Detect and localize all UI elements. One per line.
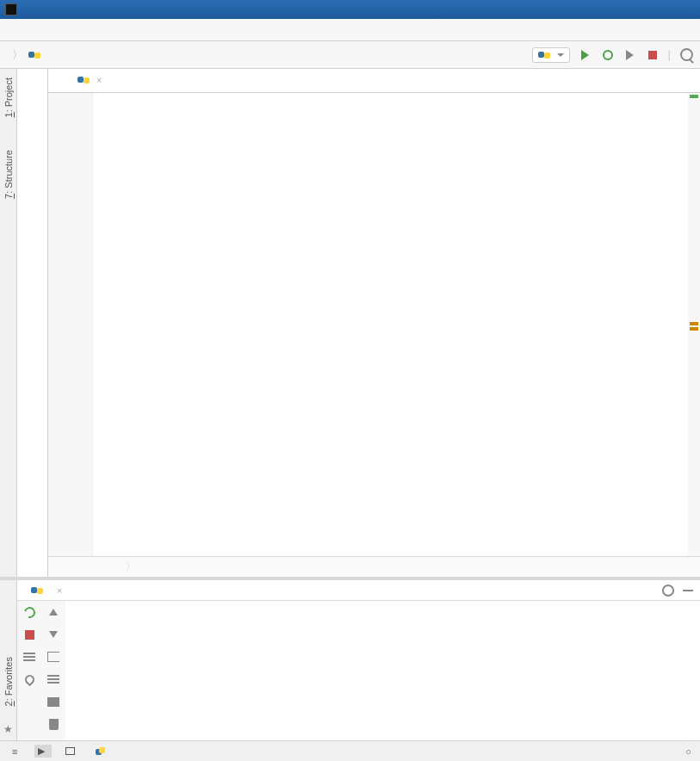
terminal-tool-button[interactable]	[62, 745, 82, 758]
python-icon	[538, 49, 550, 61]
run-panel-header: ×	[17, 580, 700, 601]
star-icon: ★	[3, 723, 13, 735]
pin-button[interactable]	[22, 671, 37, 687]
down-stack-button[interactable]	[46, 627, 61, 642]
stop-run-button[interactable]	[22, 627, 37, 642]
crumb-file[interactable]	[28, 49, 43, 61]
run-console[interactable]	[65, 601, 700, 740]
favorites-tool-tab[interactable]: 2: Favorites	[3, 657, 14, 706]
fold-column[interactable]	[93, 93, 108, 556]
run-toolbar-primary	[17, 601, 41, 740]
todo-tool-button[interactable]: ≡	[9, 745, 24, 758]
toolbar-right: |	[532, 47, 693, 63]
menu-bar	[0, 19, 700, 41]
run-config-selector[interactable]	[532, 47, 570, 63]
python-icon	[28, 49, 40, 61]
event-log-button[interactable]: ○	[685, 746, 691, 757]
editor-breadcrumb[interactable]: 〉	[48, 556, 700, 577]
rerun-button[interactable]	[22, 604, 37, 620]
settings-icon[interactable]	[662, 585, 674, 597]
editor-area: × 〉	[48, 69, 700, 577]
search-everywhere-button[interactable]	[679, 48, 693, 62]
title-bar	[0, 0, 700, 19]
close-tab-icon[interactable]: ×	[96, 75, 102, 85]
editor-tabs: ×	[48, 69, 700, 93]
stop-button[interactable]	[646, 48, 660, 62]
up-stack-button[interactable]	[46, 604, 61, 620]
run-with-coverage-button[interactable]	[623, 48, 637, 62]
minimize-icon[interactable]	[683, 590, 693, 591]
project-tool-tab[interactable]: 1: Project	[3, 72, 15, 122]
layout-button[interactable]	[22, 649, 37, 665]
editor-tab-game[interactable]: ×	[74, 72, 105, 90]
separator: |	[668, 48, 671, 61]
close-run-tab-icon[interactable]: ×	[57, 585, 62, 596]
clear-all-button[interactable]	[46, 716, 61, 732]
left-tool-tabs: 1: Project 7: Structure	[0, 69, 17, 577]
python-console-tool-button[interactable]	[92, 745, 112, 758]
code-editor[interactable]	[108, 93, 688, 556]
breadcrumbs: 〉	[7, 47, 43, 63]
scroll-to-end-button[interactable]	[46, 671, 61, 687]
chevron-right-icon: 〉	[12, 47, 23, 63]
navigation-bar: 〉 |	[0, 41, 700, 69]
soft-wrap-button[interactable]	[46, 649, 61, 665]
left-tool-tabs-bottom: 2: Favorites ★	[0, 580, 17, 740]
line-gutter[interactable]	[48, 93, 93, 556]
app-icon	[5, 3, 17, 15]
project-panel[interactable]	[17, 69, 48, 577]
python-icon	[31, 585, 43, 597]
python-icon	[77, 74, 90, 86]
debug-button[interactable]	[601, 48, 615, 62]
structure-tool-tab[interactable]: 7: Structure	[3, 145, 15, 204]
run-button[interactable]	[579, 48, 592, 62]
error-stripe[interactable]	[688, 93, 700, 556]
print-button[interactable]	[46, 694, 61, 709]
run-toolbar-secondary	[41, 601, 65, 740]
status-bar: ≡ ▶ ○	[0, 740, 700, 761]
chevron-right-icon: 〉	[126, 560, 136, 574]
run-tool-button[interactable]: ▶	[34, 745, 52, 758]
